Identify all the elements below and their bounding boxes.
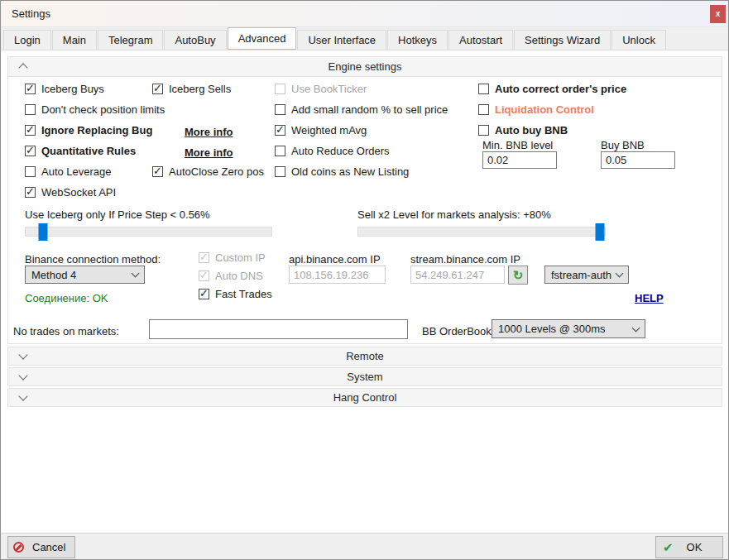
checkbox-box (199, 252, 209, 263)
section-title: Remote (8, 350, 722, 362)
checkbox-weighted-mavg[interactable]: Weighted mAvg (275, 124, 367, 136)
ok-button-label: OK (687, 541, 703, 553)
tab-main[interactable]: Main (52, 30, 97, 50)
bb-orderbook-dropdown[interactable]: 1000 Levels @ 300ms (492, 319, 645, 338)
checkbox-ignore-replacing-bug[interactable]: Ignore Replacing Bug (25, 124, 152, 136)
footer-bar: Cancel ✔ OK (1, 533, 728, 560)
checkbox-use-bookticker: Use BookTicker (275, 83, 367, 95)
checkbox-auto-reduce-orders[interactable]: Auto Reduce Orders (275, 145, 390, 157)
connection-method-dropdown[interactable]: Method 4 (25, 266, 145, 284)
checkbox-custom-ip: Custom IP (199, 251, 266, 264)
checkbox-box (25, 125, 36, 136)
window-title: Settings (12, 7, 50, 20)
checkbox-dont-check-position-limits[interactable]: Don't check position limits (25, 103, 165, 116)
checkbox-auto-leverage[interactable]: Auto Leverage (25, 165, 112, 178)
checkbox-label: Quantitative Rules (41, 145, 136, 157)
checkbox-label: Old coins as New Listing (291, 165, 409, 178)
no-trades-input[interactable] (149, 319, 408, 339)
checkbox-auto-dns: Auto DNS (199, 270, 263, 282)
bb-orderbook-value: 1000 Levels @ 300ms (498, 323, 606, 335)
refresh-ip-button[interactable]: ↻ (508, 266, 528, 285)
checkbox-label: AutoClose Zero pos (169, 165, 264, 178)
checkbox-liquidation-control[interactable]: Liquidation Control (478, 103, 594, 116)
checkbox-iceberg-sells[interactable]: Iceberg Sells (152, 83, 231, 95)
buy-bnb-input[interactable] (601, 151, 675, 169)
section-hang-control[interactable]: Hang Control (7, 388, 722, 407)
checkbox-label: Fast Trades (215, 288, 272, 300)
cancel-button-label: Cancel (32, 541, 65, 553)
checkbox-websocket-api[interactable]: WebSocket API (25, 186, 116, 199)
checkbox-box (275, 125, 285, 136)
checkbox-label: Use BookTicker (291, 83, 367, 95)
checkbox-label: Ignore Replacing Bug (41, 124, 152, 136)
checkbox-label: Auto Reduce Orders (291, 145, 390, 157)
checkbox-label: Auto correct order's price (495, 83, 626, 95)
no-entry-icon (13, 542, 24, 553)
tab-autobuy[interactable]: AutoBuy (164, 30, 226, 50)
tab-autostart[interactable]: Autostart (448, 30, 513, 50)
buy-bnb-label: Buy BNB (601, 139, 645, 151)
checkbox-label: Liquidation Control (495, 103, 594, 116)
checkbox-auto-correct-orders-price[interactable]: Auto correct order's price (478, 83, 626, 95)
section-title: Hang Control (8, 391, 722, 404)
min-bnb-level-input[interactable] (482, 151, 557, 169)
checkbox-box (152, 166, 163, 177)
checkbox-quantitative-rules[interactable]: Quantitative Rules (25, 145, 136, 157)
ok-button[interactable]: ✔ OK (655, 536, 723, 558)
checkbox-box (478, 84, 489, 94)
checkbox-box (152, 84, 163, 94)
checkbox-box (25, 84, 36, 94)
tab-bar: Login Main Telegram AutoBuy Advanced Use… (1, 27, 728, 50)
checkbox-auto-buy-bnb[interactable]: Auto buy BNB (478, 124, 568, 136)
tab-hotkeys[interactable]: Hotkeys (387, 30, 448, 50)
checkbox-box (199, 270, 209, 281)
checkbox-label: Iceberg Sells (169, 83, 231, 95)
checkbox-fast-trades[interactable]: Fast Trades (199, 288, 272, 300)
close-icon[interactable]: x (710, 5, 726, 23)
section-system[interactable]: System (7, 367, 722, 386)
stream-mode-dropdown[interactable]: fstream-auth (544, 266, 629, 284)
slider-thumb[interactable] (38, 223, 47, 241)
connection-method-label: Binance connection method: (25, 253, 161, 266)
checkbox-box (275, 166, 285, 177)
chevron-down-icon (616, 270, 624, 278)
checkbox-label: WebSocket API (41, 186, 116, 199)
connection-status: Соединение: OK (25, 292, 108, 304)
checkbox-label: Auto Leverage (41, 165, 112, 178)
checkbox-iceberg-buys[interactable]: Iceberg Buys (25, 83, 104, 95)
api-ip-label: api.binance.com IP (289, 253, 381, 266)
checkbox-box (275, 84, 285, 94)
checkbox-autoclose-zero-pos[interactable]: AutoClose Zero pos (152, 165, 264, 178)
checkbox-add-small-random-percent[interactable]: Add small random % to sell price (275, 103, 448, 116)
checkbox-box (275, 146, 285, 156)
tab-telegram[interactable]: Telegram (98, 30, 163, 50)
stream-mode-value: fstream-auth (551, 269, 611, 281)
tab-user-interface[interactable]: User Interface (297, 30, 386, 50)
checkbox-label: Weighted mAvg (291, 124, 367, 136)
tab-settings-wizard[interactable]: Settings Wizard (514, 30, 611, 50)
section-remote[interactable]: Remote (7, 347, 722, 366)
tab-login[interactable]: Login (3, 30, 51, 50)
checkbox-label: Auto DNS (215, 270, 263, 282)
check-icon: ✔ (663, 540, 674, 555)
checkbox-box (478, 125, 489, 136)
checkbox-box (478, 104, 489, 115)
checkbox-label: Custom IP (215, 251, 266, 264)
more-info-link-quantitative-rules[interactable]: More info (185, 146, 233, 159)
sell-x2-slider[interactable] (357, 227, 606, 237)
cancel-button[interactable]: Cancel (7, 536, 75, 558)
checkbox-label: Add small random % to sell price (291, 103, 448, 116)
tab-unlock[interactable]: Unlock (611, 30, 666, 50)
checkbox-label: Auto buy BNB (495, 124, 568, 136)
more-info-link-replacing-bug[interactable]: More info (185, 126, 233, 138)
iceberg-slider[interactable] (25, 227, 272, 237)
chevron-down-icon (632, 323, 640, 332)
help-link[interactable]: HELP (635, 292, 664, 304)
slider-thumb[interactable] (596, 223, 605, 241)
tab-advanced[interactable]: Advanced (228, 27, 297, 50)
engine-settings-header[interactable]: Engine settings (8, 57, 722, 77)
checkbox-old-coins-as-new-listing[interactable]: Old coins as New Listing (275, 165, 409, 178)
bb-orderbook-label: BB OrderBook: (422, 325, 494, 337)
titlebar: Settings x (1, 1, 728, 27)
chevron-down-icon (132, 270, 140, 278)
